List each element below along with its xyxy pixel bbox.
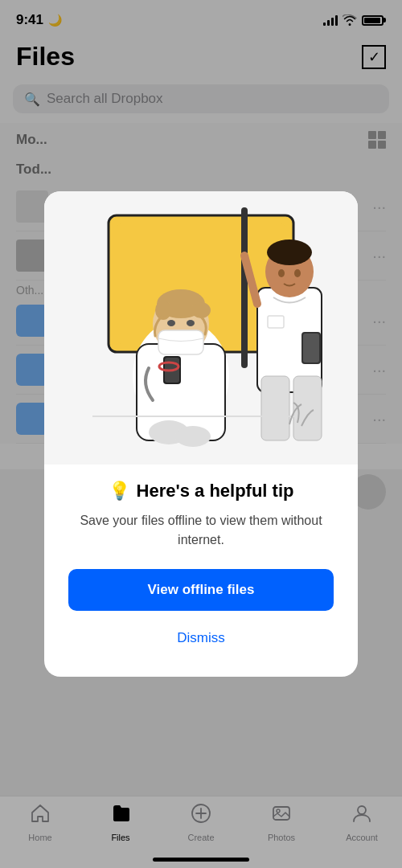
svg-point-7 [267, 240, 312, 265]
modal-illustration [44, 191, 358, 465]
dismiss-button[interactable]: Dismiss [68, 624, 334, 653]
svg-point-22 [187, 320, 195, 326]
tip-heading: 💡 Here's a helpful tip [68, 481, 334, 502]
modal-overlay: 💡 Here's a helpful tip Save your files o… [0, 0, 402, 868]
svg-point-20 [155, 301, 171, 320]
svg-point-21 [167, 320, 175, 326]
view-offline-button[interactable]: View offline files [68, 569, 334, 611]
lightbulb-icon: 💡 [109, 481, 130, 502]
svg-point-8 [278, 269, 285, 277]
svg-rect-12 [303, 334, 319, 362]
svg-point-28 [175, 426, 211, 447]
svg-rect-13 [261, 376, 289, 440]
svg-rect-3 [241, 207, 248, 368]
tip-text: Save your files offline to view them wit… [68, 511, 334, 550]
svg-point-9 [294, 269, 301, 277]
svg-rect-23 [158, 330, 203, 354]
modal-body: 💡 Here's a helpful tip Save your files o… [44, 465, 358, 653]
tip-modal: 💡 Here's a helpful tip Save your files o… [44, 191, 358, 677]
